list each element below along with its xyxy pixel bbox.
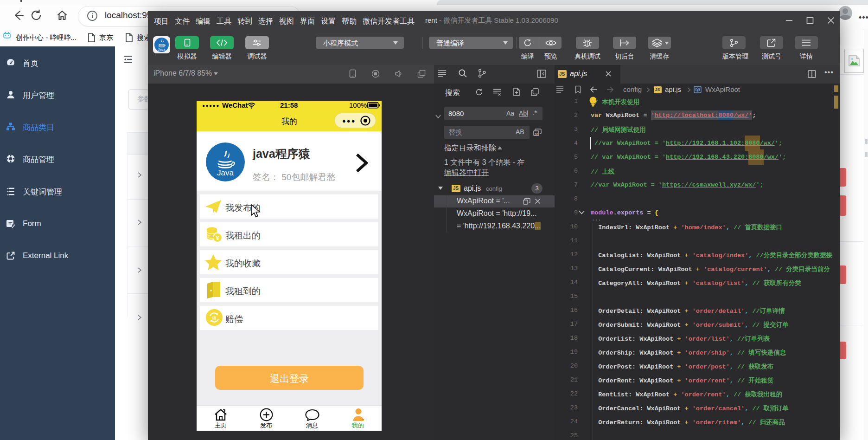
svg-text:¥: ¥ (216, 234, 219, 241)
svg-text:ab: ab (535, 132, 538, 136)
svg-text:Java: Java (217, 168, 234, 177)
svg-text:租: 租 (212, 316, 217, 321)
svg-text:Java: Java (158, 47, 166, 52)
